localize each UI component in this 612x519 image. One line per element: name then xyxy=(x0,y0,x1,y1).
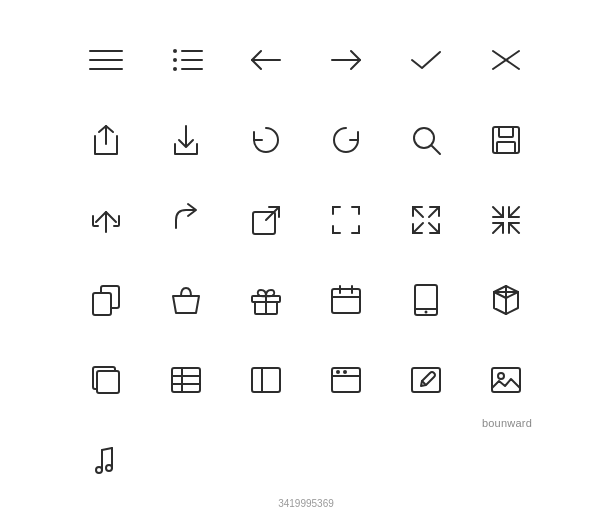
svg-line-28 xyxy=(509,207,519,217)
svg-point-3 xyxy=(173,49,177,53)
panel-left-icon xyxy=(226,340,306,420)
svg-rect-36 xyxy=(332,289,360,313)
svg-rect-57 xyxy=(412,368,440,392)
svg-point-65 xyxy=(106,465,112,471)
icon-grid xyxy=(66,20,546,500)
svg-line-27 xyxy=(493,207,503,217)
image-icon xyxy=(466,340,546,420)
shopping-bag-icon xyxy=(146,260,226,340)
box-3d-icon xyxy=(466,260,546,340)
list-icon xyxy=(146,20,226,100)
gift-icon xyxy=(226,260,306,340)
svg-point-60 xyxy=(498,373,504,379)
music-icon xyxy=(66,420,146,500)
getty-id-label: 3419995369 xyxy=(278,498,334,509)
svg-rect-18 xyxy=(499,127,513,137)
frame-icon xyxy=(306,180,386,260)
calendar-icon xyxy=(306,260,386,340)
svg-line-24 xyxy=(429,207,439,217)
refresh-ccw-icon xyxy=(306,100,386,180)
svg-line-63 xyxy=(102,448,112,450)
svg-rect-19 xyxy=(497,142,515,153)
svg-point-42 xyxy=(425,310,428,313)
browser-icon xyxy=(306,340,386,420)
svg-point-55 xyxy=(336,370,340,374)
svg-line-30 xyxy=(509,223,519,233)
svg-rect-51 xyxy=(252,368,280,392)
upload-icon xyxy=(66,100,146,180)
svg-rect-59 xyxy=(492,368,520,392)
svg-line-16 xyxy=(432,146,440,154)
hamburger-menu-icon xyxy=(66,20,146,100)
arrow-left-icon xyxy=(226,20,306,100)
compress-icon xyxy=(466,180,546,260)
svg-point-56 xyxy=(343,370,347,374)
svg-point-7 xyxy=(173,67,177,71)
layers-icon xyxy=(66,340,146,420)
share-forward-icon xyxy=(146,180,226,260)
external-link-icon xyxy=(226,180,306,260)
watermark-label: bounward xyxy=(482,417,532,429)
svg-line-25 xyxy=(429,223,439,233)
refresh-cw-icon xyxy=(226,100,306,180)
table-icon xyxy=(146,340,226,420)
arrow-right-icon xyxy=(306,20,386,100)
svg-line-29 xyxy=(493,223,503,233)
close-x-icon xyxy=(466,20,546,100)
svg-point-15 xyxy=(414,128,434,148)
svg-rect-46 xyxy=(97,371,119,393)
svg-point-5 xyxy=(173,58,177,62)
svg-line-22 xyxy=(266,207,279,220)
tablet-icon xyxy=(386,260,466,340)
download-icon xyxy=(146,100,226,180)
svg-point-64 xyxy=(96,467,102,473)
save-icon xyxy=(466,100,546,180)
svg-line-23 xyxy=(413,207,423,217)
expand-icon xyxy=(386,180,466,260)
edit-icon xyxy=(386,340,466,420)
svg-rect-32 xyxy=(93,293,111,315)
checkmark-icon xyxy=(386,20,466,100)
svg-line-26 xyxy=(413,223,423,233)
search-icon xyxy=(386,100,466,180)
svg-rect-47 xyxy=(172,368,200,392)
share-icon xyxy=(66,180,146,260)
copy-icon xyxy=(66,260,146,340)
